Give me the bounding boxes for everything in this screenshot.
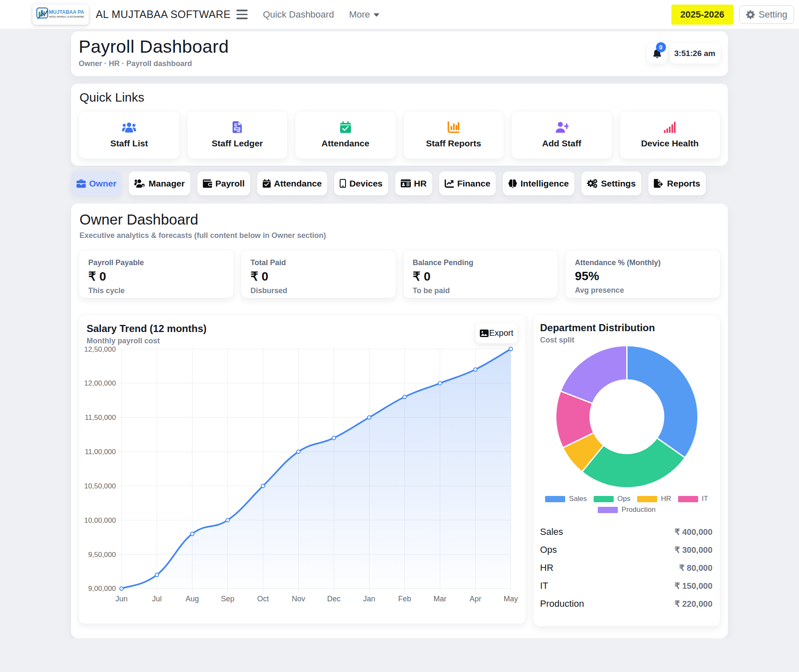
svg-text:12,00,000: 12,00,000 <box>84 379 116 387</box>
svg-text:May: May <box>504 595 518 603</box>
svg-text:Oct: Oct <box>257 595 269 603</box>
svg-text:Dec: Dec <box>327 595 341 603</box>
svg-text:12,50,000: 12,50,000 <box>84 345 116 353</box>
svg-text:11,00,000: 11,00,000 <box>85 448 116 456</box>
svg-text:Aug: Aug <box>186 595 199 603</box>
svg-text:Apr: Apr <box>469 595 481 603</box>
svg-text:Jul: Jul <box>152 595 161 603</box>
svg-text:Sep: Sep <box>221 595 234 603</box>
svg-text:9,00,000: 9,00,000 <box>88 585 116 593</box>
svg-text:MUJTABAA PA: MUJTABAA PA <box>49 9 84 15</box>
svg-text:10,50,000: 10,50,000 <box>84 482 116 490</box>
svg-text:Nov: Nov <box>292 595 305 603</box>
svg-text:10,00,000: 10,00,000 <box>84 516 116 524</box>
svg-text:HOTEL PAYROLL & ACCOUNTING: HOTEL PAYROLL & ACCOUNTING <box>49 16 85 18</box>
svg-text:Jan: Jan <box>363 595 375 603</box>
svg-text:9,50,000: 9,50,000 <box>88 551 116 559</box>
svg-text:Mar: Mar <box>433 595 446 603</box>
svg-text:11,50,000: 11,50,000 <box>85 414 116 422</box>
svg-text:Feb: Feb <box>398 595 411 603</box>
svg-text:Jun: Jun <box>115 595 128 603</box>
